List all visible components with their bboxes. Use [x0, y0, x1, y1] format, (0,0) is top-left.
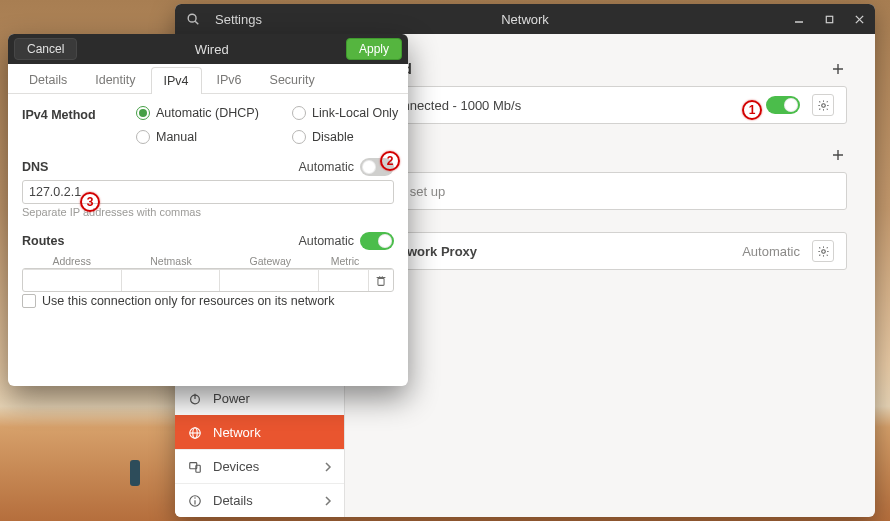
- proxy-settings-button[interactable]: [812, 240, 834, 262]
- svg-line-1: [195, 21, 198, 24]
- tab-details[interactable]: Details: [16, 66, 80, 93]
- proxy-mode: Automatic: [742, 244, 800, 259]
- svg-point-15: [194, 497, 195, 498]
- dns-hint: Separate IP addresses with commas: [22, 206, 394, 218]
- route-gateway-cell[interactable]: [220, 269, 319, 291]
- sidebar-item-label: Network: [213, 425, 261, 440]
- page-title: Network: [501, 12, 549, 27]
- wired-settings-button[interactable]: [812, 94, 834, 116]
- settings-heading: Settings: [215, 12, 262, 27]
- routes-auto-toggle[interactable]: [360, 232, 394, 250]
- restrict-label: Use this connection only for resources o…: [42, 294, 335, 308]
- dialog-titlebar: Cancel Wired Apply: [8, 34, 408, 64]
- sidebar-item-label: Details: [213, 493, 253, 508]
- chevron-right-icon: [324, 496, 332, 506]
- dialog-title: Wired: [195, 42, 229, 57]
- wired-dialog: Cancel Wired Apply Details Identity IPv4…: [8, 34, 408, 386]
- ipv4-method-label: IPv4 Method: [22, 106, 112, 122]
- svg-point-0: [188, 14, 196, 22]
- radio-manual[interactable]: Manual: [136, 130, 286, 144]
- settings-titlebar: Settings Network: [175, 4, 875, 34]
- svg-rect-3: [826, 16, 832, 22]
- wired-toggle[interactable]: [766, 96, 800, 114]
- info-icon: [187, 493, 203, 509]
- vpn-status-row: Not set up: [374, 173, 846, 209]
- vpn-section: VPN Not set up: [373, 146, 847, 210]
- power-icon: [187, 391, 203, 407]
- route-metric-cell[interactable]: [319, 269, 369, 291]
- dns-auto-label: Automatic: [298, 160, 354, 174]
- svg-rect-22: [378, 278, 384, 285]
- dns-input[interactable]: [22, 180, 394, 204]
- annotation-1: 1: [742, 100, 762, 120]
- add-vpn-button[interactable]: [829, 146, 847, 164]
- route-netmask-cell[interactable]: [122, 269, 221, 291]
- dialog-tabs: Details Identity IPv4 IPv6 Security: [8, 64, 408, 94]
- routes-section: Routes Automatic Address Netmask Gateway…: [22, 232, 394, 308]
- routes-col-gateway: Gateway: [221, 254, 320, 268]
- radio-automatic-dhcp[interactable]: Automatic (DHCP): [136, 106, 286, 120]
- window-close-button[interactable]: [851, 11, 867, 27]
- settings-content: Wired Connected - 1000 Mb/s VPN: [345, 34, 875, 517]
- tab-security[interactable]: Security: [257, 66, 328, 93]
- svg-point-18: [821, 103, 825, 107]
- routes-label: Routes: [22, 234, 64, 248]
- proxy-row: Network Proxy Automatic: [374, 233, 846, 269]
- restrict-checkbox[interactable]: [22, 294, 36, 308]
- sidebar-item-network[interactable]: Network: [175, 415, 344, 449]
- annotation-2: 2: [380, 151, 400, 171]
- wired-section: Wired Connected - 1000 Mb/s: [373, 60, 847, 124]
- devices-icon: [187, 459, 203, 475]
- cancel-button[interactable]: Cancel: [14, 38, 77, 60]
- sidebar-item-details[interactable]: Details: [175, 483, 344, 517]
- tab-ipv4[interactable]: IPv4: [151, 67, 202, 94]
- sidebar-item-label: Power: [213, 391, 250, 406]
- globe-icon: [187, 425, 203, 441]
- window-maximize-button[interactable]: [821, 11, 837, 27]
- routes-auto-label: Automatic: [298, 234, 354, 248]
- sidebar-item-devices[interactable]: Devices: [175, 449, 344, 483]
- window-minimize-button[interactable]: [791, 11, 807, 27]
- add-wired-button[interactable]: [829, 60, 847, 78]
- radio-link-local[interactable]: Link-Local Only: [292, 106, 408, 120]
- search-icon[interactable]: [185, 11, 201, 27]
- dns-label: DNS: [22, 160, 48, 174]
- route-address-cell[interactable]: [23, 269, 122, 291]
- sidebar-item-power[interactable]: Power: [175, 381, 344, 415]
- svg-point-21: [821, 249, 825, 253]
- annotation-3: 3: [80, 192, 100, 212]
- radio-disable[interactable]: Disable: [292, 130, 408, 144]
- routes-col-address: Address: [22, 254, 121, 268]
- routes-col-netmask: Netmask: [121, 254, 220, 268]
- tab-ipv6[interactable]: IPv6: [204, 66, 255, 93]
- routes-col-metric: Metric: [320, 254, 370, 268]
- route-delete-button[interactable]: [369, 269, 393, 291]
- sidebar-item-label: Devices: [213, 459, 259, 474]
- proxy-section: Network Proxy Automatic: [373, 232, 847, 270]
- dns-section: DNS Automatic Separate IP addresses with…: [22, 158, 394, 218]
- chevron-right-icon: [324, 462, 332, 472]
- apply-button[interactable]: Apply: [346, 38, 402, 60]
- wired-connection-row: Connected - 1000 Mb/s: [374, 87, 846, 123]
- tab-identity[interactable]: Identity: [82, 66, 148, 93]
